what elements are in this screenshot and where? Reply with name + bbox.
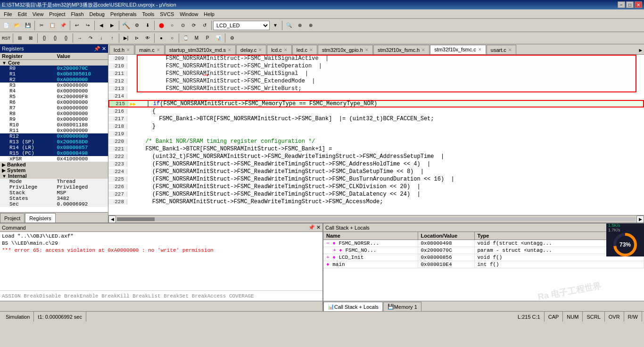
- reg-r9[interactable]: R9 0x00000000: [0, 116, 108, 122]
- compile-button[interactable]: ⚙: [132, 20, 142, 31]
- menu-help[interactable]: Help: [201, 10, 217, 18]
- t2-step-over[interactable]: ↷: [85, 33, 96, 43]
- close-tab-fsmc-c[interactable]: ✕: [478, 47, 482, 52]
- hscroll-left[interactable]: ◀: [108, 215, 116, 223]
- menu-view[interactable]: View: [30, 10, 47, 18]
- save-button[interactable]: 💾: [23, 20, 33, 31]
- back-button[interactable]: ◀: [96, 20, 107, 31]
- tab-lcd-h[interactable]: lcd.h✕: [109, 45, 134, 54]
- callstack-content[interactable]: Name Location/Value Type − ♦ FSMC_NORSR.…: [323, 232, 644, 301]
- reg-r13[interactable]: R13 (SP) 0x200058D0: [0, 139, 108, 145]
- run-button[interactable]: ○: [167, 20, 177, 31]
- t2-run-to[interactable]: ▶|: [121, 33, 131, 43]
- maximize-button[interactable]: □: [626, 1, 634, 8]
- close-button[interactable]: ✕: [635, 1, 642, 8]
- reg-r3[interactable]: R3 0x00008000: [0, 83, 108, 88]
- reg-r7[interactable]: R7 0x00000000: [0, 105, 108, 111]
- tab-led-c[interactable]: led.c✕: [292, 45, 317, 54]
- reg-r4[interactable]: R4 0x00000000: [0, 88, 108, 94]
- banked-expand[interactable]: ▶: [2, 162, 6, 167]
- copy-button[interactable]: 📋: [47, 20, 58, 31]
- code-area[interactable]: 209 FSMC_NORSRAMInitStruct->FSMC_WaitSig…: [108, 55, 644, 215]
- menu-svcs[interactable]: SVCS: [157, 10, 177, 18]
- reg-xpsr[interactable]: xPSR 0x41000000: [0, 156, 108, 162]
- cs-row-0[interactable]: − ♦ FSMC_NORSR... 0x08000498 void f(stru…: [323, 240, 644, 247]
- paste-button[interactable]: 📌: [58, 20, 68, 31]
- code-hscroll[interactable]: ◀ ▶: [108, 215, 644, 223]
- tab-fsmc-h[interactable]: stm32f10x_fsmc.h✕: [373, 45, 429, 54]
- expand-2[interactable]: +: [326, 255, 330, 260]
- more2-button[interactable]: ⊕: [305, 20, 316, 31]
- reg-r8[interactable]: R8 0x00000000: [0, 111, 108, 116]
- tab-usart-c[interactable]: usart.c✕: [487, 45, 516, 54]
- fwd-button[interactable]: ▶: [107, 20, 117, 31]
- cut-button[interactable]: ✂: [36, 20, 47, 31]
- target-options-button[interactable]: ▼: [270, 20, 281, 31]
- registers-content[interactable]: Register Value ▼ Core R0 0x2000070C R1 0…: [0, 53, 108, 212]
- close-tab-delay[interactable]: ✕: [258, 48, 262, 52]
- tab-callstack[interactable]: 📊 Call Stack + Locals: [323, 302, 383, 311]
- search-button[interactable]: 🔍: [284, 20, 294, 31]
- close-tab-main-c[interactable]: ✕: [157, 48, 160, 52]
- tab-main-c[interactable]: main.c✕: [135, 45, 164, 54]
- internal-expand[interactable]: ▼: [2, 174, 7, 179]
- menu-debug[interactable]: Debug: [87, 10, 107, 18]
- reg-r1[interactable]: R1 0x0b0305010: [0, 71, 108, 77]
- t2-analysis[interactable]: 📊: [213, 33, 223, 43]
- reg-r0[interactable]: R0 0x2000070C: [0, 66, 108, 71]
- reg-r10[interactable]: R10 0x08001188: [0, 122, 108, 128]
- t2-view-btn[interactable]: 👁: [142, 33, 153, 43]
- reg-r6[interactable]: R6 0x00000000: [0, 99, 108, 105]
- menu-file[interactable]: File: [1, 10, 15, 18]
- cs-row-1[interactable]: + ♦ FSMC_NO... 0x2000070C param - struct…: [323, 247, 644, 254]
- core-expand[interactable]: ▼: [2, 60, 7, 66]
- t2-btn3[interactable]: {}: [39, 33, 50, 43]
- undo-button[interactable]: ↩: [72, 20, 82, 31]
- target-combo[interactable]: LCD_LED: [213, 21, 270, 30]
- t2-btn5[interactable]: {}: [61, 33, 71, 43]
- expand-0[interactable]: −: [326, 240, 330, 246]
- t2-btn6[interactable]: →: [74, 33, 85, 43]
- build-button[interactable]: 🔨: [121, 20, 131, 31]
- minimize-button[interactable]: −: [618, 1, 625, 8]
- tab-delay[interactable]: delay.c✕: [236, 45, 266, 54]
- t2-btn4[interactable]: {}: [50, 33, 60, 43]
- menu-project[interactable]: Project: [46, 10, 68, 18]
- registers-close[interactable]: ✕: [102, 46, 106, 51]
- reg-r15[interactable]: R15 (PC) 0x08000498: [0, 150, 108, 156]
- tab-registers[interactable]: Registers: [25, 213, 55, 223]
- command-pin[interactable]: 📌: [308, 224, 315, 230]
- t2-btn2[interactable]: ⊠: [25, 33, 36, 43]
- close-tab-fsmc-h[interactable]: ✕: [421, 48, 425, 52]
- reg-r5[interactable]: R5 0x200000F8: [0, 94, 108, 99]
- more1-button[interactable]: ⊕: [295, 20, 305, 31]
- t2-periph[interactable]: P: [202, 33, 213, 43]
- close-tab-led-c[interactable]: ✕: [309, 48, 313, 52]
- open-button[interactable]: 📂: [12, 20, 22, 31]
- reset2-button[interactable]: RST: [1, 33, 11, 43]
- redo-button[interactable]: ↪: [83, 20, 93, 31]
- t2-step-into[interactable]: ↓: [96, 33, 107, 43]
- reg-r14[interactable]: R14 (LR) 0x08000857: [0, 145, 108, 150]
- tab-gpio-h[interactable]: stm32f10x_gpio.h✕: [318, 45, 373, 54]
- tab-fsmc-c[interactable]: stm32f10x_fsmc.c✕: [430, 45, 486, 54]
- t2-step-out[interactable]: ↑: [107, 33, 117, 43]
- close-tab-lcd-h[interactable]: ✕: [126, 48, 130, 52]
- command-output[interactable]: Load "..\\OBJ\\LED.axf" BS \\LED\main.c\…: [0, 232, 322, 290]
- t2-clear-bp[interactable]: ○: [167, 33, 177, 43]
- tab-startup[interactable]: startup_stm32f10x_md.s✕: [165, 45, 236, 54]
- close-tab-lcd-c[interactable]: ✕: [284, 48, 288, 52]
- close-tab-usart-c[interactable]: ✕: [508, 48, 512, 52]
- tab-project[interactable]: Project: [0, 213, 25, 223]
- stop-button[interactable]: ⊙: [178, 20, 188, 31]
- download-button[interactable]: ⬇: [142, 20, 153, 31]
- reg-r12[interactable]: R12 0x00000080: [0, 133, 108, 139]
- t2-mem[interactable]: M: [191, 33, 202, 43]
- t2-watch[interactable]: ⌚: [181, 33, 191, 43]
- menu-edit[interactable]: Edit: [15, 10, 30, 18]
- reg-r11[interactable]: R11 0x00000000: [0, 128, 108, 133]
- hscroll-track[interactable]: [117, 217, 636, 221]
- command-close[interactable]: ✕: [316, 224, 321, 230]
- menu-window[interactable]: Window: [177, 10, 201, 18]
- restart-button[interactable]: ⟳: [189, 20, 199, 31]
